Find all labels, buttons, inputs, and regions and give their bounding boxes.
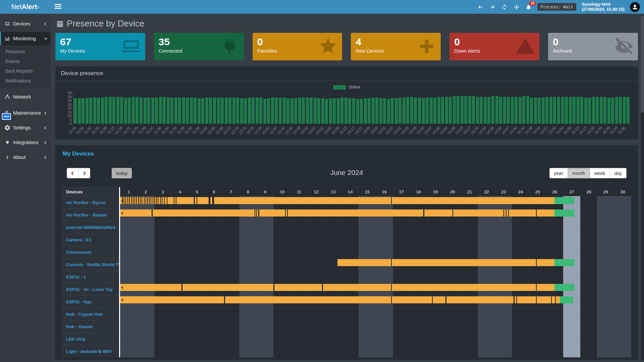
chart-bar [248, 98, 251, 124]
day-cell [359, 333, 376, 345]
device-name-link[interactable]: ESP32 - 1 [62, 270, 119, 283]
sidebar-item-integrations[interactable]: Integrations [0, 136, 50, 149]
calendar-toolbar: today June 2024 year month week day [62, 168, 631, 178]
presence-gap [129, 197, 130, 204]
day-cell [410, 320, 427, 333]
device-name-link[interactable]: LED strip [62, 333, 119, 345]
sidebar-toggle-icon[interactable] [55, 4, 61, 9]
chart-legend[interactable]: Online [61, 85, 633, 89]
device-name-link[interactable]: Console - Nvidia Shield TV [62, 258, 119, 270]
chart-bar [128, 98, 131, 124]
new-feature-badge: NEW [2, 113, 11, 120]
day-cell [154, 320, 171, 333]
card-down-alerts[interactable]: 0 Down Alerts [449, 33, 539, 60]
day-cell [239, 246, 257, 258]
card-connected[interactable]: 35 Connected [154, 33, 244, 60]
card-my-devices[interactable]: 67 My Devices [55, 33, 145, 60]
device-name-link[interactable]: Hub - Xiaomi [62, 320, 119, 333]
presence-gap [445, 296, 446, 303]
day-cell [376, 308, 393, 320]
day-cell [461, 333, 478, 345]
device-name-link[interactable]: Air Purifier - Dyson [62, 196, 119, 208]
plug-icon [220, 36, 240, 56]
fullscreen-move-icon[interactable] [513, 4, 520, 10]
device-name-link[interactable]: Hub - Cygnet Hub [62, 308, 119, 320]
user-avatar[interactable] [630, 2, 640, 12]
day-cell [308, 221, 325, 233]
submenu-item-sent-reports[interactable]: Sent Reports [0, 66, 50, 76]
forward-arrow-icon[interactable] [489, 4, 496, 10]
day-cell [154, 221, 171, 233]
presence-gap [144, 197, 145, 204]
day-cell [359, 233, 376, 246]
day-cell [325, 221, 342, 233]
chart-bar [379, 98, 382, 124]
chart-bar [356, 99, 359, 124]
day-cell [427, 308, 444, 320]
today-day-cell [563, 270, 580, 283]
day-cell [444, 333, 461, 345]
day-cell [393, 270, 410, 283]
presence-gap [147, 197, 148, 204]
device-name-link[interactable]: Light - bedside B WiFi [62, 345, 119, 357]
card-archived[interactable]: 0 Archived [548, 33, 638, 60]
day-cell [410, 246, 427, 258]
scrollbar-thumb[interactable] [641, 15, 644, 113]
notifications-bell-icon[interactable]: 15 [525, 4, 532, 10]
day-cell [273, 246, 290, 258]
chart-bar [383, 98, 386, 124]
sidebar-item-settings[interactable]: Settings [0, 121, 50, 134]
notification-count-badge: 15 [529, 1, 536, 6]
device-name-link[interactable]: android-68608b93a00e4 [62, 221, 119, 233]
chart-bar [592, 97, 595, 124]
day-cell [478, 233, 495, 246]
chart-bar [205, 98, 208, 124]
chart-bar [252, 98, 255, 124]
submenu-item-presence[interactable]: Presence [0, 47, 50, 56]
presence-gap [125, 197, 126, 204]
day-cell [580, 221, 597, 233]
device-name-link[interactable]: Chromecast [62, 246, 119, 258]
sidebar-nav: Devices Monitoring Presence Events Sent … [0, 14, 50, 362]
device-name-link[interactable]: Air Purifier - Xiaomi [62, 208, 119, 221]
device-name-link[interactable]: ESP32 - ttgo [62, 295, 119, 308]
sidebar-item-network[interactable]: Network [0, 90, 50, 104]
chart-bar [302, 98, 305, 124]
day-cell [359, 221, 376, 233]
submenu-item-events[interactable]: Events [0, 56, 50, 66]
device-name-link[interactable]: Camera - E1 [62, 233, 119, 246]
chart-bar [360, 99, 363, 124]
sidebar-item-about[interactable]: i About [0, 150, 50, 164]
day-cell [444, 320, 461, 333]
submenu-item-notifications[interactable]: Notifications [0, 76, 50, 85]
day-cell [614, 270, 631, 283]
presence-bar [120, 284, 631, 291]
presence-gap [153, 197, 153, 204]
day-cell [461, 345, 478, 357]
day-cell [171, 270, 188, 283]
chevron-left-icon [44, 156, 48, 159]
refresh-icon[interactable] [501, 4, 508, 10]
day-number-header: 18 [410, 187, 427, 196]
sidebar-item-monitoring[interactable]: Monitoring [0, 32, 50, 45]
view-month-button[interactable]: month [568, 168, 590, 178]
day-cell [205, 308, 222, 320]
sidebar-item-devices[interactable]: Devices [0, 17, 50, 31]
day-cell [290, 345, 308, 357]
card-new-devices[interactable]: 4 New Devices [351, 33, 441, 60]
presence-gap [391, 296, 392, 303]
chart-bar [437, 97, 440, 124]
presence-gap [174, 197, 174, 204]
day-cell [359, 308, 376, 320]
presence-gap [273, 284, 274, 291]
view-year-button[interactable]: year [549, 168, 568, 178]
day-cell [444, 221, 461, 233]
card-favorites[interactable]: 0 Favorites [253, 33, 342, 60]
back-arrow-icon[interactable] [477, 4, 484, 10]
view-week-button[interactable]: week [590, 168, 610, 178]
app-logo[interactable]: NetAlertx [0, 0, 50, 14]
view-day-button[interactable]: day [609, 168, 627, 178]
device-name-link[interactable]: ESP32 - 1n - Laser Toy [62, 283, 119, 295]
day-cell [205, 233, 222, 246]
device-timeline-lane [119, 258, 631, 270]
